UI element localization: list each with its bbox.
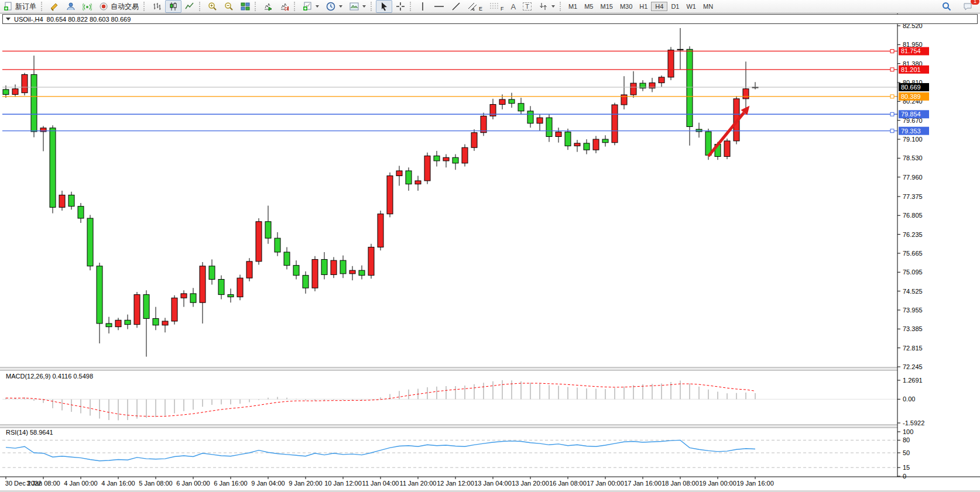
level-handle[interactable] <box>890 49 894 53</box>
candle-body <box>556 132 561 137</box>
svg-text:79.854: 79.854 <box>901 111 921 118</box>
candle-body <box>181 294 187 298</box>
time-tick-label: 17 Jan 00:00 <box>587 480 624 487</box>
time-tick-label: 19 Jan 00:00 <box>699 480 736 487</box>
candle-body <box>668 50 674 77</box>
trendline-tool[interactable] <box>448 0 464 13</box>
dropdown-caret-icon <box>339 5 342 8</box>
template-image-icon <box>349 2 359 11</box>
price-level-tag: 79.854 <box>899 110 929 118</box>
candle-body <box>415 181 421 184</box>
timeframe-m30-button[interactable]: M30 <box>616 2 636 11</box>
timeframe-m15-button[interactable]: M15 <box>597 2 616 11</box>
text-label-icon: T <box>523 2 532 11</box>
price-tick-label: 72.245 <box>903 363 923 370</box>
candle-body <box>499 99 505 105</box>
toolbar-separator <box>410 2 414 11</box>
zoom-in-button[interactable] <box>204 0 221 13</box>
timeframe-w1-button[interactable]: W1 <box>683 2 700 11</box>
equidistant-channel-tool[interactable]: E <box>464 0 486 13</box>
new-chart-dropdown[interactable] <box>299 0 323 13</box>
chart-shift-icon <box>280 2 289 11</box>
periods-dropdown[interactable] <box>323 0 346 13</box>
notification-count-badge: 1 <box>971 0 979 5</box>
timeframe-mn-button[interactable]: MN <box>700 2 717 11</box>
algo-trading-label: 自动交易 <box>111 2 139 12</box>
candle-body <box>687 49 693 126</box>
new-order-button[interactable]: 新订单 <box>0 0 40 13</box>
candle-body <box>87 218 93 266</box>
fibonacci-tool[interactable]: F <box>486 0 508 13</box>
panel-separator[interactable] <box>0 367 980 370</box>
tile-windows-button[interactable] <box>237 0 253 13</box>
crosshair-tool-button[interactable] <box>392 0 409 13</box>
price-tick-label: 75.665 <box>903 250 923 257</box>
timeframe-h4-button[interactable]: H4 <box>651 2 667 11</box>
bar-chart-button[interactable] <box>149 0 165 13</box>
candle-body <box>143 295 149 319</box>
price-tick-label: 76.235 <box>903 231 923 238</box>
timeframe-h1-button[interactable]: H1 <box>636 2 651 11</box>
chart-shift-button[interactable] <box>276 0 293 13</box>
megaphone-icon <box>50 2 59 11</box>
candle-body <box>246 262 252 278</box>
candle-body <box>275 238 280 252</box>
price-level-tag: 81.201 <box>899 66 929 74</box>
candle-body <box>677 49 683 50</box>
timeframe-d1-button[interactable]: D1 <box>667 2 683 11</box>
horizontal-line-icon <box>434 2 444 11</box>
timeframe-m1-button[interactable]: M1 <box>565 2 581 11</box>
zoom-out-icon <box>224 2 234 11</box>
candle-body <box>293 266 299 276</box>
new-order-icon <box>4 2 13 11</box>
level-handle[interactable] <box>890 68 894 71</box>
candle-body <box>565 132 571 146</box>
candle-body <box>602 139 608 143</box>
community-button[interactable] <box>63 0 79 13</box>
level-handle[interactable] <box>890 129 894 133</box>
notifications-button[interactable]: 1 <box>960 0 976 13</box>
level-handle[interactable] <box>890 112 894 116</box>
chart-canvas[interactable]: MACD(12,26,9) 0.4116 0.5498RSI(14) 58.96… <box>0 13 980 490</box>
candle-body <box>31 74 37 132</box>
cursor-tool-button[interactable] <box>376 0 392 13</box>
templates-dropdown[interactable] <box>346 0 369 13</box>
algo-trading-button[interactable]: 自动交易 <box>95 0 142 13</box>
dropdown-caret-icon <box>551 5 555 8</box>
autoscroll-button[interactable] <box>260 0 276 13</box>
search-button[interactable] <box>938 0 955 13</box>
price-tick-label: 73.385 <box>903 325 923 332</box>
line-chart-button[interactable] <box>181 0 198 13</box>
zoom-out-button[interactable] <box>221 0 237 13</box>
svg-text:80.389: 80.389 <box>901 93 921 100</box>
text-tool[interactable]: A <box>508 0 520 13</box>
toolbar-separator <box>143 2 148 11</box>
candle-body <box>612 105 618 143</box>
chart-area[interactable]: USOil-,H4 80.654 80.822 80.603 80.669 MA… <box>0 13 980 492</box>
candle-body <box>537 118 543 123</box>
megaphone-button[interactable] <box>46 0 63 13</box>
collapse-chart-icon[interactable] <box>6 18 11 20</box>
candle-body <box>349 270 355 274</box>
level-handle[interactable] <box>890 95 894 98</box>
signals-button[interactable] <box>79 0 95 13</box>
candle-body <box>190 294 196 302</box>
horizontal-line-tool[interactable] <box>430 0 448 13</box>
zoom-in-icon <box>208 2 217 11</box>
candle-body <box>162 321 168 325</box>
candlestick-chart-button[interactable] <box>165 0 181 13</box>
panel-separator[interactable] <box>0 425 980 428</box>
text-label-tool[interactable]: T <box>519 0 535 13</box>
arrows-dropdown[interactable] <box>535 0 558 13</box>
vertical-line-tool[interactable] <box>415 0 430 13</box>
time-tick-label: 11 Jan 04:00 <box>362 480 399 487</box>
candle-body <box>462 147 468 163</box>
candle-body <box>115 320 121 326</box>
svg-text:81.754: 81.754 <box>901 47 921 54</box>
time-tick-label: 16 Jan 08:00 <box>549 480 587 487</box>
candle-body <box>546 118 552 136</box>
candle-body <box>209 266 215 280</box>
timeframe-m5-button[interactable]: M5 <box>581 2 597 11</box>
toolbar-separator <box>255 2 259 11</box>
line-chart-icon <box>185 2 194 11</box>
